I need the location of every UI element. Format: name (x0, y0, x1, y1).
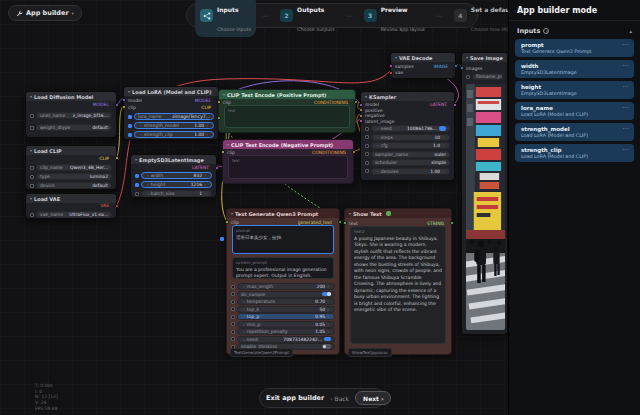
decrement-icon[interactable]: ‹ (377, 135, 379, 140)
widget-checkbox[interactable] (30, 166, 34, 170)
widget-height[interactable]: ‹height1216› (141, 181, 212, 188)
system-prompt-textarea[interactable]: system_promptYou are a professional imag… (232, 257, 334, 279)
widget-width[interactable]: ‹width832› (141, 172, 212, 179)
input-card-lora-name[interactable]: lora_name Load LoRA (Model and CLIP) ··· (515, 102, 634, 120)
node-ksampler[interactable]: ▾KSampler model LATENT positive negative… (360, 91, 455, 181)
widget-row[interactable]: weight_dtypedefault (30, 124, 112, 131)
collapse-icon[interactable]: ▾ (395, 55, 397, 60)
increment-icon[interactable]: › (204, 182, 206, 187)
widget-seed[interactable]: ‹seed100861786... (371, 125, 450, 132)
decrement-icon[interactable]: ‹ (243, 284, 245, 289)
more-menu-icon[interactable]: ··· (623, 146, 629, 152)
input-port-model[interactable] (359, 103, 363, 107)
node-header[interactable]: ▾VAE Decode (391, 53, 455, 62)
output-port-latent[interactable] (453, 103, 457, 107)
enable-thinking-toggle[interactable] (322, 344, 331, 349)
input-card-prompt[interactable]: prompt Text Generate Qwen3 Prompt ··· (515, 39, 634, 57)
collapse-icon[interactable]: ▾ (128, 89, 130, 94)
decrement-icon[interactable]: ‹ (140, 123, 142, 128)
widget-row[interactable]: ‹repetition_penalty1.05› (231, 328, 335, 335)
decrement-icon[interactable]: ‹ (377, 143, 379, 148)
decrement-icon[interactable]: ‹ (147, 191, 149, 196)
more-menu-icon[interactable]: ··· (623, 41, 629, 47)
node-header[interactable]: ▾Load CLIP (26, 146, 116, 155)
node-graph-canvas[interactable]: ▾Load Diffusion Model MODEL unet_namez_i… (0, 0, 508, 415)
node-header[interactable]: ▾Load Diffusion Model (26, 92, 116, 101)
input-port-clip[interactable] (217, 100, 221, 104)
increment-icon[interactable]: › (206, 123, 208, 128)
increment-icon[interactable]: › (327, 329, 329, 334)
seed-control-chip[interactable] (439, 126, 446, 131)
more-menu-icon[interactable]: ··· (623, 62, 629, 68)
info-icon[interactable]: i (543, 28, 549, 34)
widget-row[interactable]: ‹seed100861786... (365, 125, 450, 132)
node-header[interactable]: ▾Text Generate Qwen3 Prompt (227, 209, 339, 218)
widget-checkbox[interactable] (128, 115, 132, 119)
widget-row[interactable]: ‹steps10› (365, 134, 450, 141)
widget-sampler-name[interactable]: sampler_nameeuler (371, 151, 450, 158)
node-header[interactable]: ▾EmptySD3LatentImage (131, 155, 216, 164)
generated-image-preview[interactable] (466, 84, 505, 330)
input-card-height[interactable]: height EmptySD3LatentImage ··· (515, 81, 634, 99)
decrement-icon[interactable]: ‹ (243, 322, 245, 327)
widget-checkbox[interactable] (30, 175, 34, 179)
collapse-icon[interactable]: ▾ (223, 92, 225, 97)
widget-batch-size[interactable]: ‹batch_size1› (141, 190, 212, 197)
collapse-icon[interactable]: ▾ (30, 94, 32, 99)
widget-checkbox[interactable] (231, 292, 235, 296)
decrement-icon[interactable]: ‹ (243, 337, 245, 342)
input-card-strength-clip[interactable]: strength_clip Load LoRA (Model and CLIP)… (515, 144, 634, 162)
decrement-icon[interactable]: ‹ (243, 314, 245, 319)
widget-row[interactable]: typelumina2 (30, 173, 112, 180)
decrement-icon[interactable]: ‹ (243, 329, 245, 334)
node-header[interactable]: ▾Load LoRA (Model and CLIP) (124, 87, 218, 96)
exit-app-builder-button[interactable]: Exit app builder (266, 394, 324, 402)
widget-do-sample[interactable]: do_sample (237, 291, 335, 298)
widget-checkbox[interactable] (231, 322, 235, 326)
collapse-icon[interactable]: ▾ (466, 55, 468, 60)
decrement-icon[interactable]: ‹ (140, 132, 142, 137)
widget-checkbox[interactable] (365, 144, 369, 148)
node-header[interactable]: ▾Save Image (462, 53, 507, 62)
widget-checkbox[interactable] (30, 126, 34, 130)
widget-checkbox[interactable] (231, 315, 235, 319)
prompt-checkbox[interactable] (220, 237, 224, 241)
widget-type[interactable]: typelumina2 (36, 173, 112, 180)
widget-steps[interactable]: ‹steps10› (371, 134, 450, 141)
widget-row[interactable]: ‹denoise1.00› (365, 168, 450, 175)
node-header[interactable]: ▾Load VAE (26, 194, 116, 203)
widget-row[interactable]: schedulersimple (365, 159, 450, 166)
increment-icon[interactable]: › (204, 191, 206, 196)
step-preview[interactable]: 3 PreviewReview app layout (359, 0, 430, 37)
node-clip-text-encode-positive[interactable]: ▾CLIP Text Encode (Positive Prompt) clip… (218, 89, 356, 133)
widget-row[interactable]: ‹strength_model1.00› (128, 122, 214, 129)
widget-row[interactable]: ‹temperature0.70› (231, 298, 335, 305)
widget-top-p[interactable]: ‹top_p0.95› (237, 313, 335, 320)
increment-icon[interactable]: › (327, 322, 329, 327)
decrement-icon[interactable]: ‹ (147, 173, 149, 178)
increment-icon[interactable]: › (327, 299, 329, 304)
increment-icon[interactable]: › (442, 169, 444, 174)
output-port-image[interactable] (454, 64, 458, 68)
widget-checkbox[interactable] (231, 307, 235, 311)
node-load-diffusion-model[interactable]: ▾Load Diffusion Model MODEL unet_namez_i… (25, 91, 117, 138)
node-show-text[interactable]: ▾Show Text text STRING text2A young Japa… (344, 208, 452, 355)
widget-weight-dtype[interactable]: weight_dtypedefault (36, 124, 112, 131)
do-sample-toggle[interactable] (322, 292, 331, 297)
widget-checkbox[interactable] (135, 174, 139, 178)
node-load-clip[interactable]: ▾Load CLIP CLIP clip_nameQwen3_4B_Her...… (25, 145, 117, 190)
widget-row[interactable]: ‹cfg1.0› (365, 142, 450, 149)
widget-checkbox[interactable] (30, 213, 34, 217)
decrement-icon[interactable]: ‹ (377, 126, 379, 131)
widget-seed[interactable]: ‹seed708731482242... (237, 336, 335, 343)
widget-row[interactable]: ‹max_length200› (231, 283, 335, 290)
output-port-latent[interactable] (215, 166, 219, 170)
widget-row[interactable]: ‹min_p0.05› (231, 321, 335, 328)
widget-checkbox[interactable] (365, 152, 369, 156)
show-text-content[interactable]: text2A young Japanese beauty in Shibuya,… (350, 226, 446, 344)
increment-icon[interactable]: › (206, 132, 208, 137)
node-load-lora[interactable]: ▾Load LoRA (Model and CLIP) model MODEL … (123, 86, 219, 140)
collapse-up-icon[interactable]: ▴ (629, 28, 632, 34)
widget-row[interactable]: devicedefault (30, 182, 112, 189)
widget-cfg[interactable]: ‹cfg1.0› (371, 142, 450, 149)
